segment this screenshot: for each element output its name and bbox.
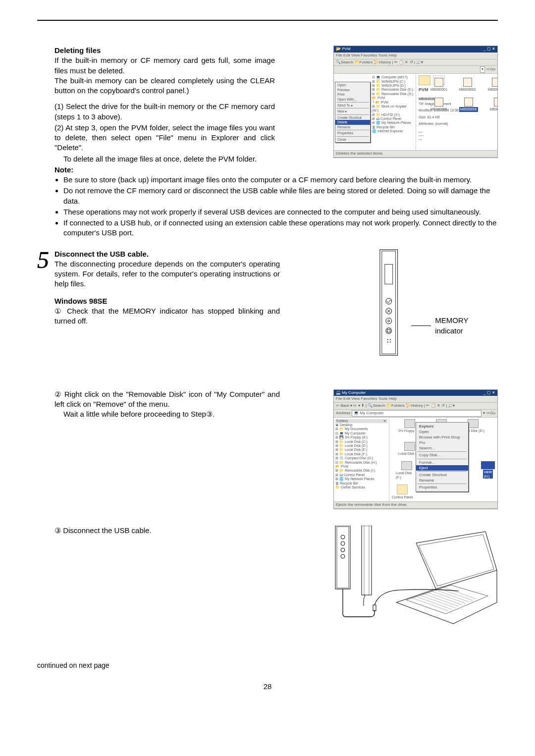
svg-point-12 [390,341,391,342]
svg-line-24 [415,596,452,609]
note-item: Do not remove the CF memory card or disc… [63,186,498,206]
svg-line-31 [439,586,476,599]
win-menubar: File Edit View Favorites Tools Help [334,53,497,59]
svg-point-7 [386,327,392,333]
memory-indicator-illustration: MEMORY indicator [374,249,498,356]
screenshot-mycomputer: 💻 My Computer_ ▢ ✕ File Edit View Favori… [333,389,498,509]
svg-point-17 [341,548,345,552]
deleting-step1: (1) Select the drive for the built-in me… [54,102,275,122]
svg-rect-19 [362,526,372,595]
svg-point-6 [388,320,390,322]
svg-rect-14 [337,527,349,588]
svg-line-28 [428,590,466,603]
svg-point-16 [341,541,345,545]
top-rule [37,20,498,21]
svg-point-15 [341,535,345,539]
note-item: If connected to a USB hub, or if connect… [63,218,498,238]
svg-rect-2 [385,264,393,284]
disconnect-s3: ③ Disconnect the USB cable. [54,526,280,536]
disconnect-para1: The disconnecting procedure depends on t… [54,259,280,289]
svg-line-23 [411,597,448,611]
svg-point-10 [390,339,391,340]
svg-point-9 [387,339,388,340]
deleting-para1: If the built-in memory or CF memory card… [54,55,275,76]
file-menu-open: Open Preview Print Open With... Send To … [335,82,371,143]
page-number: 28 [37,682,498,692]
svg-point-5 [386,318,392,324]
svg-line-27 [425,592,462,605]
disconnect-s2: ② Right click on the "Removable Disk" ic… [54,389,280,410]
svg-rect-8 [387,329,390,332]
continued-label: continued on next page [37,661,498,670]
deleting-step2: (2) At step 3, open the PVM folder, sele… [54,123,275,153]
memory-callout-label: MEMORY indicator [435,316,498,336]
deleting-para2: The built-in memory can be cleared compl… [54,76,275,96]
win-toolbar: 🔍Search 📁Folders 📜History | ✂ 📋 ✕ ↺ | 📰▾ [334,59,497,66]
note-label: Note: [54,165,498,175]
deleting-step2b: To delete all the image files at once, d… [63,154,284,164]
note-item: Be sure to store (back up) important ima… [63,175,498,185]
disconnect-s2b: Wait a little while before proceeding to… [63,409,284,419]
svg-point-3 [386,298,392,304]
screenshot-explorer-pvm: 📂 PVM _ ▢ ✕ File Edit View Favorites Too… [333,46,498,158]
svg-point-18 [341,554,345,558]
svg-line-26 [422,593,459,606]
svg-point-11 [387,341,388,342]
context-menu: Explore Open Browse with Print Shop Pro … [416,422,469,492]
disconnect-s1: ① Check that the MEMORY indicator has st… [54,306,280,326]
note-item: These operations may not work properly i… [63,207,498,217]
note-list: Be sure to store (back up) important ima… [63,175,498,238]
step-5-number: 5 [37,250,49,270]
content-pane: PVM MB000001 MB000002 MB000003 MB000004 … [416,74,497,150]
folder-tree: ⊟ 💻 Computer (a01?) ⊞ 📁 WIN98JPN (C:) ⊞ … [371,74,416,150]
svg-line-25 [418,594,455,608]
win-title: 📂 PVM _ ▢ ✕ [334,46,497,53]
usb-cable-illustration [334,526,498,627]
svg-line-30 [435,587,473,600]
panel-svg [374,249,408,356]
